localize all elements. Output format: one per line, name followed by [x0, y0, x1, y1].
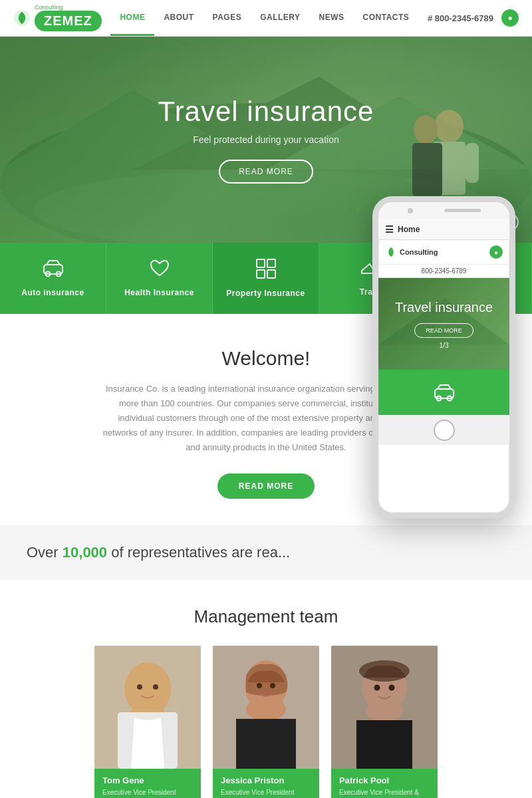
team-name-patrick: Patrick Pool	[339, 775, 430, 785]
hero-subtitle: Feel protected during your vacation	[158, 134, 374, 145]
team-name-jessica: Jessica Priston	[221, 775, 311, 785]
svg-point-32	[246, 697, 286, 721]
user-account-button[interactable]: ●	[501, 9, 519, 27]
team-name-tom: Tom Gene	[102, 775, 193, 785]
nav-gallery[interactable]: GALLERY	[251, 1, 309, 36]
svg-point-38	[389, 685, 395, 691]
team-grid: Tom Gene Executive Vice President Chief …	[27, 646, 505, 798]
phone-auto-icon	[432, 382, 456, 402]
phone-home-button[interactable]	[434, 420, 455, 441]
logo-area: Consulting ZEMEZ	[13, 5, 102, 31]
nav-pages[interactable]: PAGES	[203, 1, 251, 36]
svg-point-25	[137, 684, 142, 690]
team-photo-tom	[94, 646, 201, 769]
phone-navbar: ☰ Home	[378, 219, 509, 240]
phone-home-bar	[378, 415, 509, 445]
team-card-jessica: Jessica Priston Executive Vice President…	[213, 646, 319, 798]
hero-content: Travel insurance Feel protected during y…	[158, 96, 374, 184]
logo-badge: ZEMEZ	[35, 11, 102, 31]
nav-home[interactable]: HOME	[110, 1, 154, 36]
phone-menu-icon: ☰	[385, 224, 394, 235]
property-icon	[255, 257, 277, 283]
team-info-patrick: Patrick Pool Executive Vice President & …	[331, 769, 438, 798]
phone-slide-indicator: 1/3	[440, 342, 449, 349]
hero-cta-button[interactable]: READ MORE	[219, 160, 313, 184]
team-photo-svg-patrick	[331, 646, 438, 769]
management-section: Management team	[0, 580, 532, 798]
phone-number-display: 800-2345-6789	[378, 265, 509, 278]
svg-point-36	[359, 660, 410, 682]
svg-point-26	[153, 684, 158, 690]
svg-rect-10	[466, 143, 479, 183]
phone-home-label: Home	[398, 225, 420, 234]
svg-point-11	[414, 115, 438, 144]
reps-banner: Over 10,000 of representatives are rea..…	[0, 525, 532, 580]
tab-auto-insurance[interactable]: Auto insurance	[0, 243, 106, 314]
team-title-tom: Executive Vice President Chief Informati…	[102, 788, 193, 798]
auto-label: Auto insurance	[21, 288, 84, 299]
svg-point-31	[270, 683, 275, 688]
svg-point-37	[374, 685, 380, 691]
phone-user-btn[interactable]: ●	[489, 245, 503, 259]
reps-text: Over 10,000 of representatives are rea..…	[27, 544, 290, 561]
team-title-jessica: Executive Vice President Chief Claims Of…	[221, 788, 311, 798]
phone-status-bar	[378, 202, 509, 219]
svg-rect-12	[412, 143, 442, 196]
team-card-tom: Tom Gene Executive Vice President Chief …	[94, 646, 201, 798]
mobile-mockup: ☰ Home Consulting ● 800-2345-6789 Travel	[372, 196, 532, 519]
welcome-read-more-button[interactable]: READ MORE	[217, 473, 315, 499]
header: Consulting ZEMEZ HOME ABOUT PAGES GALLER…	[0, 0, 532, 37]
svg-rect-16	[257, 259, 265, 267]
nav-contacts[interactable]: CONTACTS	[354, 1, 419, 36]
team-photo-svg-jessica	[213, 646, 319, 769]
phone-leaf-icon	[385, 246, 397, 258]
svg-rect-17	[267, 259, 275, 267]
team-info-jessica: Jessica Priston Executive Vice President…	[213, 769, 319, 798]
svg-point-7	[434, 110, 464, 143]
header-right: # 800-2345-6789 ●	[428, 9, 519, 27]
phone-logo: Consulting	[385, 246, 438, 258]
phone-consulting-label: Consulting	[400, 248, 438, 256]
phone-hero-title: Travel insurance	[395, 299, 493, 315]
phone-hero-cta-button[interactable]: READ MORE	[414, 323, 473, 338]
main-nav: HOME ABOUT PAGES GALLERY NEWS CONTACTS	[110, 1, 418, 36]
svg-rect-18	[257, 270, 265, 278]
phone-hero: Travel insurance READ MORE 1/3	[378, 278, 509, 370]
auto-icon	[41, 258, 65, 283]
property-label: Property Insurance	[226, 289, 305, 299]
team-card-patrick: Patrick Pool Executive Vice President & …	[331, 646, 438, 798]
phone-outer: ☰ Home Consulting ● 800-2345-6789 Travel	[372, 196, 515, 519]
health-label: Health Insurance	[124, 288, 194, 299]
team-photo-svg-tom	[94, 646, 201, 769]
team-photo-patrick	[331, 646, 438, 769]
consulting-text: Consulting	[35, 5, 102, 11]
phone-camera-dot	[408, 208, 413, 213]
nav-news[interactable]: NEWS	[310, 1, 354, 36]
reps-number: 10,000	[63, 544, 107, 561]
phone-header: Consulting ●	[378, 240, 509, 265]
user-icon: ●	[507, 13, 512, 23]
svg-point-30	[257, 683, 262, 688]
team-title-patrick: Executive Vice President & Chief Financi…	[339, 788, 430, 798]
management-title: Management team	[27, 606, 505, 627]
svg-point-39	[366, 700, 403, 722]
tab-property-insurance[interactable]: Property Insurance	[213, 243, 319, 314]
tab-health-insurance[interactable]: Health Insurance	[106, 243, 213, 314]
leaf-icon	[13, 9, 31, 27]
nav-about[interactable]: ABOUT	[154, 1, 203, 36]
svg-rect-19	[267, 270, 275, 278]
team-photo-jessica	[213, 646, 319, 769]
header-phone: # 800-2345-6789	[428, 13, 493, 23]
health-icon	[149, 258, 170, 283]
team-info-tom: Tom Gene Executive Vice President Chief …	[94, 769, 201, 798]
hero-title: Travel insurance	[158, 96, 374, 128]
phone-insurance-tab	[378, 370, 509, 415]
phone-speaker-bar	[444, 209, 481, 212]
